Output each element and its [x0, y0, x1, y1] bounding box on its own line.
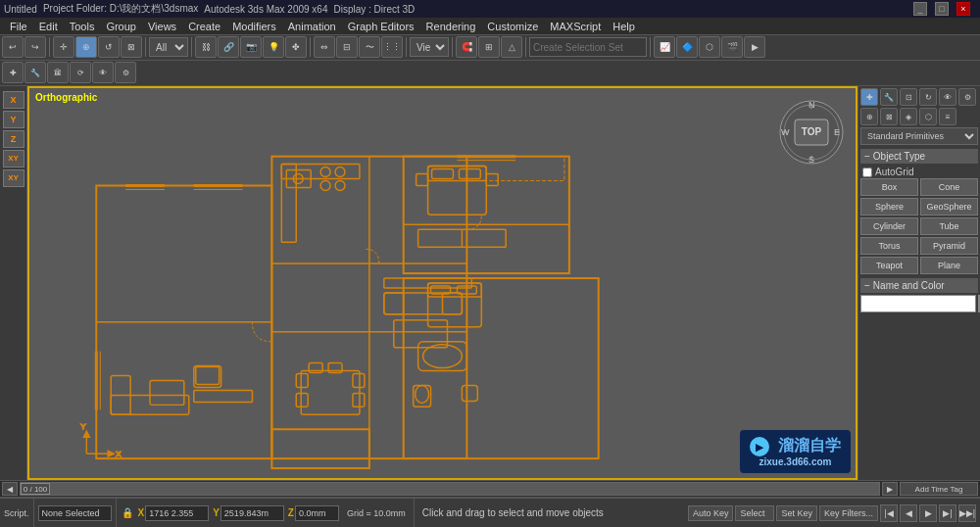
select-btn[interactable]: ✛ — [53, 36, 74, 58]
undo-btn[interactable]: ↩ — [2, 36, 24, 58]
display-tab[interactable]: 👁 — [92, 62, 114, 83]
menu-animation[interactable]: Animation — [282, 18, 342, 34]
menu-help[interactable]: Help — [607, 18, 641, 34]
z-value[interactable]: 0.0mm — [295, 505, 339, 521]
time-slider[interactable]: 0 / 100 — [20, 482, 880, 496]
viewport[interactable]: Orthographic — [27, 86, 858, 480]
modify-tab[interactable]: 🔧 — [24, 62, 46, 83]
track-next-btn[interactable]: ▶ — [882, 482, 898, 496]
cylinder-btn[interactable]: Cylinder — [860, 217, 918, 235]
time-marker[interactable]: 0 / 100 — [21, 483, 50, 495]
scale-btn[interactable]: ⊠ — [121, 36, 142, 58]
rotate-btn[interactable]: ↺ — [98, 36, 120, 58]
rp-modify-tab[interactable]: 🔧 — [880, 88, 898, 106]
redo-btn[interactable]: ↪ — [24, 36, 46, 58]
minimize-btn[interactable]: _ — [913, 2, 927, 16]
rp-display-tab[interactable]: 👁 — [939, 88, 956, 106]
menu-graph-editors[interactable]: Graph Editors — [342, 18, 420, 34]
next-frame-btn[interactable]: ▶| — [939, 504, 956, 522]
material-btn[interactable]: ⬡ — [699, 36, 720, 58]
prev-frame-btn[interactable]: ◀ — [900, 504, 917, 522]
axis-z[interactable]: Z — [3, 130, 24, 148]
play-btn[interactable]: ▶ — [919, 504, 937, 522]
menu-modifiers[interactable]: Modifiers — [226, 18, 282, 34]
snap2d-btn[interactable]: ⊞ — [478, 36, 500, 58]
lock-icon[interactable]: 🔒 — [121, 506, 134, 520]
plane-btn[interactable]: Plane — [920, 257, 978, 274]
camera-btn[interactable]: 📷 — [240, 36, 262, 58]
auto-key-btn[interactable]: Auto Key — [688, 505, 734, 521]
rp-btn4[interactable]: ⬡ — [919, 108, 937, 125]
rp-btn3[interactable]: ◈ — [900, 108, 917, 125]
menu-edit[interactable]: Edit — [33, 18, 64, 34]
helper-btn[interactable]: ✤ — [285, 36, 307, 58]
svg-text:Y: Y — [80, 422, 86, 431]
rp-motion-tab[interactable]: ↻ — [919, 88, 937, 106]
axis-y[interactable]: Y — [3, 111, 24, 128]
tube-btn[interactable]: Tube — [920, 217, 978, 235]
pyramid-btn[interactable]: Pyramid — [920, 237, 978, 255]
menu-views[interactable]: Views — [142, 18, 182, 34]
goto-start-btn[interactable]: |◀ — [880, 504, 898, 522]
menu-rendering[interactable]: Rendering — [420, 18, 482, 34]
display-mode: Display : Direct 3D — [333, 4, 415, 15]
rp-btn5[interactable]: ≡ — [939, 108, 956, 125]
render-frame-btn[interactable]: 🎬 — [721, 36, 743, 58]
menu-create[interactable]: Create — [182, 18, 226, 34]
set-key-label: Set Key — [781, 508, 812, 518]
filter-dropdown[interactable]: All — [149, 37, 188, 57]
mirror-btn[interactable]: ⇔ — [314, 36, 335, 58]
rp-hierarchy-tab[interactable]: ⊡ — [900, 88, 917, 106]
torus-btn[interactable]: Torus — [860, 237, 918, 255]
rp-btn1[interactable]: ⊕ — [860, 108, 878, 125]
primitives-dropdown[interactable]: Standard Primitives — [860, 127, 978, 145]
unlink-btn[interactable]: 🔗 — [218, 36, 239, 58]
array-btn[interactable]: ⋮⋮ — [381, 36, 403, 58]
light-btn[interactable]: 💡 — [263, 36, 284, 58]
menu-group[interactable]: Group — [100, 18, 142, 34]
set-key-btn[interactable]: Set Key — [776, 505, 817, 521]
close-btn[interactable]: × — [956, 2, 970, 16]
hierarchy-tab[interactable]: 🏛 — [47, 62, 69, 83]
axis-x[interactable]: X — [3, 91, 24, 109]
motion-tab[interactable]: ⟳ — [70, 62, 91, 83]
rp-utility-tab[interactable]: ⚙ — [958, 88, 976, 106]
select-mode-btn[interactable]: Select — [735, 505, 774, 521]
rp-create-tab[interactable]: ✚ — [860, 88, 878, 106]
teapot-btn[interactable]: Teapot — [860, 257, 918, 274]
maximize-btn[interactable]: □ — [935, 2, 949, 16]
object-name-input[interactable] — [860, 295, 976, 312]
menu-file[interactable]: File — [4, 18, 33, 34]
axis-xy[interactable]: XY — [3, 150, 24, 168]
selection-set-input[interactable] — [529, 37, 647, 57]
viewport-dropdown[interactable]: View — [410, 37, 449, 57]
autogrid-checkbox[interactable] — [862, 168, 872, 177]
key-filter-btn[interactable]: Key Filters... — [819, 505, 878, 521]
menu-maxscript[interactable]: MAXScript — [544, 18, 607, 34]
select-move-btn[interactable]: ⊕ — [75, 36, 97, 58]
quick-render-btn[interactable]: ▶ — [744, 36, 765, 58]
y-value[interactable]: 2519.843m — [220, 505, 284, 521]
sphere-btn[interactable]: Sphere — [860, 198, 918, 216]
add-time-tag-btn[interactable]: Add Time Tag — [900, 482, 978, 496]
box-btn[interactable]: Box — [860, 178, 918, 196]
curve-btn[interactable]: 〜 — [359, 36, 380, 58]
rp-minus-icon: − — [864, 151, 870, 162]
rp-btn2[interactable]: ⊠ — [880, 108, 898, 125]
menu-tools[interactable]: Tools — [64, 18, 101, 34]
goto-end-btn[interactable]: ▶▶| — [958, 504, 976, 522]
create-tab[interactable]: ✚ — [2, 62, 24, 83]
geosphere-btn[interactable]: GeoSphere — [920, 198, 978, 216]
cone-btn[interactable]: Cone — [920, 178, 978, 196]
link-btn[interactable]: ⛓ — [195, 36, 217, 58]
snap3d-btn[interactable]: △ — [501, 36, 522, 58]
align-btn[interactable]: ⊟ — [336, 36, 358, 58]
x-value[interactable]: 1716 2.355 — [145, 505, 209, 521]
snap-btn[interactable]: 🧲 — [456, 36, 477, 58]
menu-customize[interactable]: Customize — [481, 18, 544, 34]
curve-editor-btn[interactable]: 📈 — [654, 36, 675, 58]
axis-xy2[interactable]: XY — [3, 169, 24, 187]
utility-tab[interactable]: ⚙ — [115, 62, 136, 83]
schematic-btn[interactable]: 🔷 — [676, 36, 698, 58]
track-prev-btn[interactable]: ◀ — [2, 482, 18, 496]
